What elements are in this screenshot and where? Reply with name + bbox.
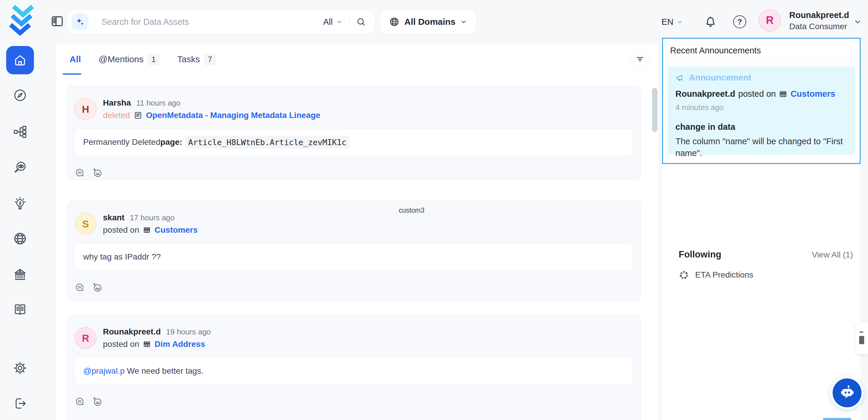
avatar-initial: R	[82, 332, 89, 344]
add-reaction-icon[interactable]	[92, 282, 102, 293]
language-dropdown[interactable]: EN	[661, 17, 683, 27]
chevron-down-icon	[336, 19, 343, 25]
feed-timestamp: 11 hours ago	[136, 98, 181, 108]
tab-tasks[interactable]: Tasks 7	[177, 54, 216, 65]
avatar-initial: H	[82, 103, 89, 115]
following-view-all-link[interactable]: View All (1)	[812, 250, 853, 260]
user-avatar-initial: R	[766, 14, 774, 27]
tooltip-label: custom3	[399, 206, 425, 214]
announcement-body: The column "name" will be changed to "Fi…	[675, 136, 852, 159]
message-bold: page:	[160, 138, 182, 147]
compass-icon	[13, 88, 27, 102]
announcements-title: Recent Announcements	[670, 46, 860, 55]
logout-icon	[13, 396, 27, 411]
feed-message: why tag as IPaddr ??	[74, 243, 633, 271]
horizontal-scrollbar-thumb[interactable]	[823, 418, 851, 420]
home-icon	[13, 53, 27, 67]
feed-user-name[interactable]: Harsha	[103, 98, 131, 108]
feed-timestamp: 19 hours ago	[166, 327, 211, 336]
feed-action: posted on	[103, 339, 139, 349]
feed-tabbar: All @Mentions 1 Tasks 7	[56, 44, 658, 74]
announcement-card[interactable]: Announcement Rounakpreet.d posted on Cus…	[668, 66, 855, 155]
sidebar-item-insights[interactable]	[12, 196, 28, 211]
sidebar-item-explore[interactable]	[12, 88, 28, 103]
globe-icon	[13, 231, 27, 246]
chat-bot-button[interactable]	[833, 379, 862, 407]
domains-dropdown[interactable]: All Domains	[380, 10, 476, 34]
tab-all[interactable]: All	[70, 54, 81, 64]
magnifier-eye-icon	[13, 160, 27, 175]
avatar: S	[74, 213, 96, 235]
feed-user-name[interactable]: Rounakpreet.d	[103, 327, 161, 336]
tab-mentions-count: 1	[148, 54, 160, 65]
search-scope-dropdown[interactable]: All	[323, 17, 343, 27]
sidebar-toggle-icon[interactable]	[50, 14, 64, 28]
tab-tasks-count: 7	[204, 54, 216, 65]
search-divider	[95, 16, 95, 28]
ai-sparkle-icon[interactable]	[72, 13, 88, 30]
sidebar-item-observability[interactable]	[12, 159, 28, 175]
sidebar-item-home[interactable]	[6, 46, 34, 74]
user-identity[interactable]: Rounakpreet.d Data Consumer	[789, 10, 849, 31]
active-tab-underline	[63, 73, 81, 74]
sidebar-item-govern[interactable]	[12, 267, 28, 282]
announcement-author[interactable]: Rounakpreet.d	[675, 89, 735, 99]
search-input[interactable]	[101, 17, 323, 27]
domains-label: All Domains	[404, 17, 455, 27]
edge-collapsed-widget[interactable]	[855, 322, 868, 354]
user-avatar[interactable]: R	[758, 9, 781, 32]
help-icon[interactable]: ?	[733, 16, 746, 28]
chevron-down-icon	[460, 18, 467, 25]
tab-mentions-label: @Mentions	[98, 54, 143, 64]
following-item[interactable]: ETA Predictions	[679, 270, 753, 280]
table-icon	[143, 226, 151, 234]
comment-icon[interactable]	[74, 168, 85, 178]
add-reaction-icon[interactable]	[92, 397, 102, 407]
comment-icon[interactable]	[74, 282, 85, 293]
article-icon	[134, 111, 143, 120]
book-icon	[13, 302, 27, 317]
add-reaction-icon[interactable]	[92, 168, 102, 178]
language-label: EN	[661, 17, 673, 27]
announcement-timestamp: 4 minutes ago	[675, 103, 847, 112]
message-code: Article_H8LWtnEb.Article_zevMIK1c	[185, 136, 349, 149]
feed-filter-button[interactable]	[630, 50, 649, 68]
entity-link[interactable]: Dim Address	[155, 339, 205, 349]
announcements-divider	[663, 62, 860, 62]
comment-icon[interactable]	[74, 397, 85, 407]
table-icon	[779, 90, 787, 98]
search-icon[interactable]	[356, 17, 366, 27]
entity-link[interactable]: OpenMetadata - Managing Metadata Lineage	[146, 111, 320, 120]
recent-announcements-widget: Recent Announcements Announcement Rounak…	[662, 38, 861, 164]
sidebar-item-platform[interactable]	[12, 124, 28, 140]
entity-link[interactable]: Customers	[155, 225, 197, 235]
feed-card: S skant 17 hours ago posted on	[67, 200, 641, 302]
sidebar-item-logout[interactable]	[12, 396, 28, 411]
user-name: Rounakpreet.d	[789, 10, 849, 20]
search-scope-label: All	[323, 17, 333, 27]
openmetadata-logo[interactable]	[8, 2, 37, 35]
help-glyph: ?	[737, 18, 742, 27]
table-icon	[143, 340, 151, 348]
right-rail: Recent Announcements Announcement Rounak…	[662, 38, 861, 420]
entity-link[interactable]: Customers	[790, 89, 835, 99]
feed-card: R Rounakpreet.d 19 hours ago posted on	[67, 314, 641, 420]
sidebar-item-settings[interactable]	[12, 360, 28, 376]
chevron-down-icon	[677, 19, 683, 25]
user-menu-chevron-icon[interactable]	[854, 18, 862, 26]
sidebar-item-glossary[interactable]	[12, 302, 28, 317]
tab-tasks-label: Tasks	[177, 54, 200, 64]
lineage-flow-icon	[13, 124, 27, 139]
avatar: R	[74, 327, 96, 349]
tab-mentions[interactable]: @Mentions 1	[98, 54, 160, 65]
user-role: Data Consumer	[789, 22, 849, 31]
global-search-bar: All	[67, 10, 375, 34]
feed-scrollbar-thumb[interactable]	[652, 88, 657, 132]
sidebar-item-domains[interactable]	[12, 231, 28, 246]
mention-link[interactable]: @prajwal.p	[83, 366, 124, 376]
filter-icon	[636, 55, 645, 63]
following-item-label: ETA Predictions	[695, 270, 753, 280]
edge-widget-glyph	[860, 331, 863, 333]
feed-user-name[interactable]: skant	[103, 213, 124, 222]
notifications-bell-icon[interactable]	[704, 16, 717, 29]
